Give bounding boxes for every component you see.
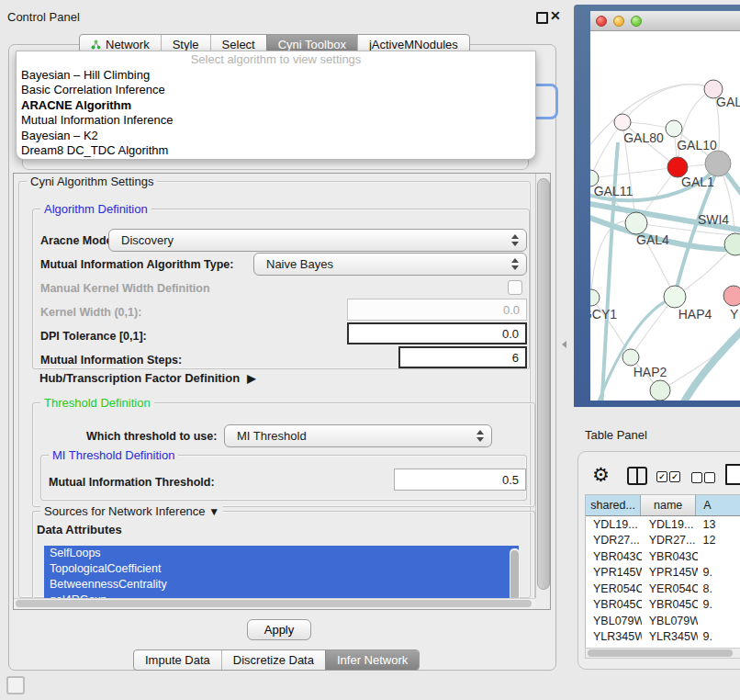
network-window-titlebar[interactable]	[590, 11, 740, 31]
network-node-hap4[interactable]	[664, 286, 686, 308]
group-sources-network-inference: Sources for Network Inference ▼ Data Att…	[32, 511, 535, 610]
close-icon[interactable]: ✕	[550, 8, 561, 23]
attribute-item-topologicalcoefficient[interactable]: TopologicalCoefficient	[44, 561, 519, 577]
deselect-all-checkbox-icon[interactable]	[691, 472, 702, 483]
table-cell: YBR045C	[642, 597, 698, 614]
network-edge-highlighted[interactable]	[680, 328, 740, 401]
minimize-traffic-light-icon[interactable]	[613, 16, 624, 27]
tab-label: Network	[106, 38, 150, 51]
export-table-icon[interactable]	[725, 464, 740, 485]
mi-steps-label: Mutual Information Steps:	[40, 354, 182, 367]
hub-definition-expander[interactable]: Hub/Transcription Factor Definition ▶	[39, 371, 255, 385]
column-header-a[interactable]: A	[696, 495, 740, 515]
algorithm-option-dream8-dc-tdc-algorithm[interactable]: Dream8 DC_TDC Algorithm	[17, 143, 535, 158]
mi-steps-input[interactable]: 6	[398, 346, 527, 368]
tab-label: Select	[222, 38, 255, 51]
mi-threshold-input[interactable]: 0.5	[394, 469, 526, 491]
table-body: YDL19...YDL19...13YDR27...YDR27...12YBR0…	[586, 516, 740, 649]
mi-type-select[interactable]: Naive Bayes	[253, 253, 527, 276]
attribute-item-selfloops[interactable]: SelfLoops	[44, 546, 519, 561]
column-header-name[interactable]: name	[641, 495, 696, 515]
table-row[interactable]: YBR043CYBR043C	[586, 548, 740, 565]
node-label: SWI4	[698, 212, 729, 227]
table-cell: YDR27...	[642, 533, 698, 549]
network-edge[interactable]	[622, 85, 713, 122]
table-cell: YLR345W	[642, 629, 698, 646]
network-node-y[interactable]	[723, 286, 740, 306]
node-label: GAL	[716, 95, 740, 109]
select-all-checkbox-icon[interactable]: ✓	[669, 471, 680, 482]
screen: Control Panel ✕ NetworkStyleSelectCyni T…	[0, 0, 740, 700]
aracne-mode-select[interactable]: Discovery	[108, 229, 527, 252]
tab-discretize-data[interactable]: Discretize Data	[221, 650, 325, 670]
cyni-settings-scrollpane: Cyni Algorithm Settings Algorithm Defini…	[13, 173, 551, 610]
tab-infer-network[interactable]: Infer Network	[325, 650, 419, 670]
table-row[interactable]: YLR345WYLR345W9.	[586, 629, 740, 646]
network-node-gal4[interactable]	[625, 212, 647, 234]
network-window: GALGAL80GAL10GAL1GAL11GAL4SWI4GCY1HAP4YH…	[590, 11, 740, 401]
algorithm-option-bayesian-k2[interactable]: Bayesian – K2	[17, 129, 535, 143]
select-all-checkbox-icon[interactable]: ✓	[656, 471, 667, 482]
settings-vertical-scrollbar[interactable]	[535, 174, 550, 598]
network-node-hap2[interactable]	[622, 349, 639, 366]
mi-type-label: Mutual Information Algorithm Type:	[40, 258, 233, 271]
settings-horizontal-scrollbar[interactable]	[14, 598, 535, 609]
apply-button[interactable]: Apply	[247, 619, 311, 640]
table-cell	[698, 613, 740, 629]
table-header-row: shared...nameA	[586, 495, 740, 516]
table-cell: 9.	[698, 597, 740, 614]
network-node-gal80[interactable]	[614, 114, 631, 130]
attributes-list-scrollbar[interactable]	[510, 548, 520, 605]
table-cell: YDR27...	[586, 533, 642, 549]
network-node-gal10[interactable]	[666, 120, 682, 137]
network-node-gcy1[interactable]	[590, 289, 600, 306]
table-cell: YBL079W	[586, 613, 642, 629]
table-row[interactable]: YDL19...YDL19...13	[586, 516, 740, 533]
algorithm-option-bayesian-hill-climbing[interactable]: Bayesian – Hill Climbing	[17, 68, 535, 83]
table-row[interactable]: YPR145WYPR145W9.	[586, 565, 740, 581]
gear-icon[interactable]: ⚙	[592, 464, 610, 486]
which-threshold-label: Which threshold to use:	[86, 430, 217, 443]
table-row[interactable]: YBR045CYBR045C9.	[586, 597, 740, 614]
manual-kernel-checkbox[interactable]	[508, 280, 522, 295]
zoom-traffic-light-icon[interactable]	[631, 16, 642, 27]
table-row[interactable]: YDR27...YDR27...12	[586, 533, 740, 549]
tab-label: Infer Network	[337, 653, 408, 667]
tab-impute-data[interactable]: Impute Data	[134, 650, 221, 670]
expanded-arrow-icon[interactable]: ▼	[208, 505, 219, 518]
table-row[interactable]: YBL079WYBL079W	[586, 613, 740, 629]
network-node[interactable]	[705, 151, 731, 176]
table-cell: YLR345W	[586, 629, 642, 646]
network-icon	[91, 40, 101, 50]
group-title: Sources for Network Inference ▼	[40, 504, 223, 518]
close-traffic-light-icon[interactable]	[596, 16, 607, 27]
columns-icon[interactable]	[627, 467, 647, 485]
table-cell: YBL079W	[642, 613, 698, 629]
dpi-tolerance-input[interactable]: 0.0	[347, 322, 527, 344]
table-horizontal-scrollbar[interactable]	[585, 648, 740, 659]
which-threshold-select[interactable]: MI Threshold	[224, 424, 492, 447]
kernel-width-input[interactable]: 0.0	[347, 299, 527, 321]
node-label: GAL10	[677, 138, 717, 152]
float-window-icon[interactable]	[536, 12, 548, 24]
network-node[interactable]	[650, 380, 670, 401]
attribute-item-betweennesscentrality[interactable]: BetweennessCentrality	[44, 577, 519, 593]
deselect-all-checkbox-icon[interactable]	[704, 472, 715, 483]
dpi-tolerance-label: DPI Tolerance [0,1]:	[40, 330, 147, 343]
manual-kernel-label: Manual Kernel Width Definition	[40, 282, 210, 295]
network-canvas[interactable]: GALGAL80GAL10GAL1GAL11GAL4SWI4GCY1HAP4YH…	[590, 32, 740, 401]
table-row[interactable]: YER054CYER054C8.	[586, 581, 740, 597]
column-header-shared[interactable]: shared...	[586, 495, 641, 515]
algorithm-option-basic-correlation-inference[interactable]: Basic Correlation Inference	[17, 83, 535, 97]
show-panel-icon[interactable]	[6, 676, 25, 694]
panel-divider-grip-icon[interactable]	[562, 341, 566, 348]
table-cell: YBR043C	[586, 548, 642, 565]
tab-label: Impute Data	[145, 653, 210, 667]
network-edge[interactable]	[590, 167, 678, 178]
hub-definition-label: Hub/Transcription Factor Definition	[39, 371, 240, 385]
algorithm-option-aracne-algorithm[interactable]: ARACNE Algorithm	[17, 98, 535, 113]
stepper-icon	[511, 234, 519, 246]
table-cell: YDL19...	[586, 516, 642, 533]
algorithm-option-mutual-information-inference[interactable]: Mutual Information Inference	[17, 113, 535, 128]
table-cell: YER054C	[586, 581, 642, 597]
